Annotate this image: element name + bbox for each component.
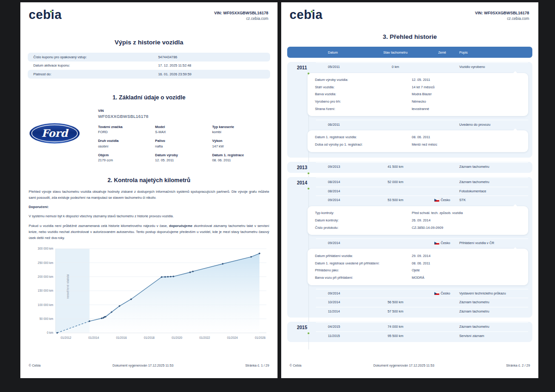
country-name: Česko: [441, 198, 450, 202]
mileage-point: [119, 305, 120, 306]
section2-paragraphs: Přehled vývoje stavu tachometru vozidla …: [29, 189, 269, 240]
y-tick-label: 0 km: [47, 331, 53, 334]
vehicle-field-label: Objem: [98, 153, 155, 157]
column-header-country: Země: [425, 51, 459, 54]
page2-title: 3. Přehled historie: [281, 33, 538, 40]
vehicle-basic-data: Ford VIN WF0SXXGBWSBL16178 Tovární značk…: [29, 109, 269, 163]
detail-label: Stáří vozidla:: [315, 85, 412, 89]
coupon-row: Platnost do:16. 01. 2026 23:59:59: [28, 70, 270, 79]
y-tick-label: 150 000 km: [38, 289, 53, 292]
y-tick-label: 200 000 km: [38, 275, 53, 278]
detail-row: Doba od výroby po 1. registraci:Menší ne…: [315, 141, 521, 148]
page2-header: cebia VIN: WF0SXXGBWSBL16178 cz.cebia.co…: [281, 2, 538, 21]
vehicle-field: Typ karoseriekombi: [212, 125, 269, 135]
detail-label: Číslo protokolu:: [315, 226, 412, 230]
row-description: STK: [459, 198, 532, 202]
paragraph-segment: Pokud u vozidla není průběžně zaznamenan…: [29, 224, 169, 228]
header-site-2: cz.cebia.com: [475, 17, 529, 21]
detail-card: Datum výroby vozidla:12. 05. 2011Stáří v…: [308, 73, 528, 116]
mileage-point: [161, 276, 162, 277]
detail-value: 29. 09. 2014: [412, 254, 521, 258]
row-odometer: 52 000 km: [366, 180, 425, 184]
mileage-point: [222, 263, 223, 264]
vehicle-field-label: Palivo: [155, 139, 212, 143]
detail-row: Stáří vozidla:14 let 7 měsíců: [315, 83, 521, 91]
history-row: 05/20110 kmVozidlo vyrobeno: [287, 62, 532, 72]
vehicle-field-value: FORD: [98, 130, 155, 134]
mileage-point: [164, 276, 166, 277]
detail-row: Barva vozu při přihlášení:MODRÁ: [315, 274, 521, 282]
detail-row: Vyrobeno pro trh:Německo: [315, 98, 521, 105]
country-name: Česko: [441, 291, 450, 295]
history-group-2011: 201105/20110 kmVozidlo vyrobenoDatum výr…: [287, 62, 532, 158]
cebia-logo-2: cebia: [290, 9, 323, 21]
y-tick-label: 300 000 km: [38, 247, 53, 250]
detail-value: 26. 09. 2014: [412, 218, 521, 222]
header-site: cz.cebia.com: [214, 17, 268, 21]
detail-label: Datum kontroly:: [315, 218, 412, 222]
page1-header-right: VIN: WF0SXXGBWSBL16178 cz.cebia.com: [214, 9, 268, 21]
detail-label: Datum přihlášení vozidla:: [315, 254, 412, 258]
page1-title: Výpis z historie vozidla: [20, 39, 278, 46]
cebia-logo-green-dot-icon: [50, 11, 52, 13]
vehicle-field: Datum výroby12. 05. 2011: [155, 153, 212, 163]
history-group-2013: 201309/201341 500 kmZáznam tachometru: [287, 162, 532, 173]
detail-label: Datum výroby vozidla:: [315, 78, 412, 82]
row-date: 05/2011: [316, 65, 366, 69]
cebia-logo-text: cebia: [29, 8, 62, 22]
detail-card: Typ kontroly:Před schvál. tech. způsob. …: [308, 206, 528, 235]
detail-label: Datum 1. registrace vozidla:: [315, 135, 412, 139]
detail-row: Datum 1. registrace uvedené při přihláše…: [315, 259, 521, 267]
row-description: Záznam tachometru: [459, 180, 532, 184]
footer-page-number: Stránka č. 1 / 29: [245, 364, 269, 368]
column-header-description: Popis: [459, 50, 532, 55]
row-description: Přihlášení vozidla v ČR: [459, 241, 532, 245]
detail-row: Datum kontroly:26. 09. 2014: [315, 216, 521, 224]
vehicle-field: Tovární značkaFORD: [98, 125, 155, 135]
detail-row: Datum výroby vozidla:12. 05. 2011: [315, 76, 521, 84]
czech-flag-icon: [434, 292, 439, 295]
row-description: Servisní záznam: [459, 334, 532, 338]
column-header-tachometer: Stav tachometru: [366, 50, 425, 55]
history-header-bar: DatumStav tachometruZeměPopis: [287, 47, 532, 58]
detail-value: MODRÁ: [412, 276, 521, 280]
mileage-point: [130, 298, 132, 300]
band-label: neověřené období: [66, 274, 69, 299]
row-date: 10/2014: [316, 300, 366, 304]
x-tick-label: 01/2020: [172, 336, 183, 339]
x-tick-label: 01/2016: [116, 336, 127, 339]
detail-label: Doba od výroby po 1. registraci:: [315, 142, 412, 147]
page2-footer: © Cebia Dokument vygenerován 17.12.2025 …: [290, 364, 530, 368]
x-tick-label: 01/2018: [144, 336, 155, 339]
mileage-point: [250, 256, 252, 257]
row-country: Česko: [425, 241, 459, 245]
page1-footer: © Cebia Dokument vygenerován 17.12.2025 …: [29, 364, 269, 368]
mileage-point: [101, 317, 102, 318]
history-row: 09/201453 500 kmČeskoSTK: [287, 196, 532, 205]
x-tick-label: 01/2014: [88, 336, 99, 339]
detail-row: Datum 1. registrace vozidla:08. 06. 2011: [315, 134, 521, 141]
footer-copyright: © Cebia: [29, 364, 41, 368]
detail-value: Ojeté: [412, 268, 521, 272]
detail-value: 14 let 7 měsíců: [412, 85, 521, 89]
history-row: 09/2014ČeskoPřihlášení vozidla v ČR: [287, 239, 532, 248]
timeline-dot-icon: [308, 172, 309, 174]
history-groups: 201105/20110 kmVozidlo vyrobenoDatum výr…: [287, 62, 532, 342]
detail-row: Strana řízení:levostranné: [315, 105, 521, 113]
row-description: Záznam tachometru: [459, 309, 532, 313]
paragraph-segment: doporučujeme: [169, 224, 192, 228]
detail-value: levostranné: [412, 107, 521, 111]
mileage-point: [189, 271, 191, 273]
vehicle-field: Druh vozidlaosobní: [98, 139, 155, 148]
section1-heading: 1. Základní údaje o vozidle: [20, 94, 278, 101]
vehicle-field-value: 2179 ccm: [98, 158, 155, 162]
detail-value: CZ-3850-14-09-0909: [412, 226, 521, 230]
vehicle-field: Výkon147 kW: [212, 139, 269, 148]
detail-value: 08. 06. 2011: [412, 261, 521, 265]
coupon-row-label: Číslo kuponu pro opakovaný vstup:: [33, 55, 158, 59]
row-description: Záznam tachometru: [459, 325, 532, 329]
vehicle-field: Objem2179 ccm: [98, 153, 155, 163]
detail-value: Menší než měsíc: [412, 142, 521, 147]
mileage-point: [167, 276, 168, 277]
history-row: 10/201456 500 kmZáznam tachometru: [287, 298, 532, 307]
